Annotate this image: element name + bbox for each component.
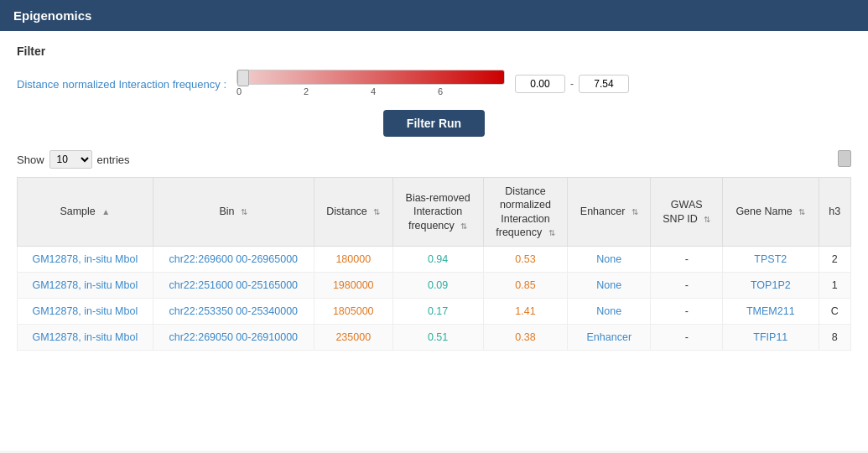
cell-bin: chr22:269050 00-26910000	[153, 325, 314, 351]
filter-run-row: Filter Run	[17, 110, 851, 137]
col-dist-norm[interactable]: DistancenormalizedInteractionfrequency ⇅	[483, 178, 568, 247]
data-table: Sample ▲ Bin ⇅ Distance ⇅ Bias-removedIn…	[17, 177, 851, 351]
app-header: Epigenomics	[0, 0, 868, 31]
cell-gene-name: TOP1P2	[723, 273, 819, 299]
filter-run-button[interactable]: Filter Run	[383, 110, 485, 137]
table-row: GM12878, in-situ Mbol chr22:251600 00-25…	[18, 273, 851, 299]
entries-label: entries	[97, 154, 130, 166]
cell-distance: 180000	[314, 247, 392, 273]
cell-bin: chr22:269600 00-26965000	[153, 247, 314, 273]
slider-track[interactable]	[236, 70, 505, 85]
range-max-input[interactable]	[579, 75, 629, 93]
filter-row: Distance normalized Interaction frequenc…	[17, 70, 851, 98]
cell-gene-name: TMEM211	[723, 299, 819, 325]
col-enhancer[interactable]: Enhancer ⇅	[568, 178, 651, 247]
table-header-row: Sample ▲ Bin ⇅ Distance ⇅ Bias-removedIn…	[18, 178, 851, 247]
entries-select[interactable]: 10 25 50 100	[49, 150, 92, 169]
col-h3: h3	[819, 178, 851, 247]
table-row: GM12878, in-situ Mbol chr22:269600 00-26…	[18, 247, 851, 273]
sort-icon-enhancer: ⇅	[632, 206, 638, 217]
slider-labels: 0 2 4 6	[236, 85, 505, 98]
slider-tick-2: 2	[304, 86, 309, 96]
sort-icon-gene: ⇅	[798, 206, 805, 217]
cell-gwas: -	[651, 273, 723, 299]
range-separator: -	[570, 78, 574, 90]
cell-sample: GM12878, in-situ Mbol	[18, 325, 153, 351]
cell-enhancer: None	[568, 247, 651, 273]
slider-tick-0: 0	[236, 86, 242, 96]
cell-enhancer: None	[568, 299, 651, 325]
cell-distance: 235000	[314, 325, 392, 351]
col-bias-removed[interactable]: Bias-removedInteractionfrequency ⇅	[392, 178, 483, 247]
table-row: GM12878, in-situ Mbol chr22:253350 00-25…	[18, 299, 851, 325]
cell-h3: 1	[819, 273, 851, 299]
cell-enhancer: None	[568, 273, 651, 299]
main-content: Filter Distance normalized Interaction f…	[0, 31, 868, 450]
slider-thumb[interactable]	[237, 70, 249, 86]
cell-bias-removed: 0.17	[392, 299, 483, 325]
sort-icon-dist-norm: ⇅	[548, 227, 555, 238]
col-distance[interactable]: Distance ⇅	[314, 178, 392, 247]
sort-icon-gwas: ⇅	[704, 214, 710, 225]
col-sample[interactable]: Sample ▲	[18, 178, 153, 247]
show-entries-row: Show 10 25 50 100 entries	[17, 150, 851, 169]
app-title: Epigenomics	[13, 8, 91, 23]
cell-gene-name: TPST2	[723, 247, 819, 273]
cell-gwas: -	[651, 299, 723, 325]
range-inputs: -	[515, 75, 629, 93]
cell-enhancer: Enhancer	[568, 325, 651, 351]
filter-title: Filter	[17, 44, 851, 58]
sort-icon-sample: ▲	[101, 206, 110, 217]
cell-bias-removed: 0.09	[392, 273, 483, 299]
cell-h3: 2	[819, 247, 851, 273]
cell-sample: GM12878, in-situ Mbol	[18, 247, 153, 273]
scrollbar-indicator[interactable]	[838, 150, 851, 167]
table-row: GM12878, in-situ Mbol chr22:269050 00-26…	[18, 325, 851, 351]
cell-gwas: -	[651, 325, 723, 351]
filter-label: Distance normalized Interaction frequenc…	[17, 78, 226, 91]
col-bin[interactable]: Bin ⇅	[153, 178, 314, 247]
cell-bin: chr22:253350 00-25340000	[153, 299, 314, 325]
sort-icon-distance: ⇅	[373, 206, 380, 217]
cell-dist-norm: 0.53	[483, 247, 568, 273]
cell-sample: GM12878, in-situ Mbol	[18, 299, 153, 325]
cell-gwas: -	[651, 247, 723, 273]
range-min-input[interactable]	[515, 75, 565, 93]
cell-h3: 8	[819, 325, 851, 351]
cell-bias-removed: 0.51	[392, 325, 483, 351]
col-gwas[interactable]: GWASSNP ID ⇅	[651, 178, 723, 247]
slider-tick-6: 6	[438, 86, 443, 96]
sort-icon-bin: ⇅	[241, 206, 247, 217]
cell-h3: C	[819, 299, 851, 325]
cell-dist-norm: 1.41	[483, 299, 568, 325]
col-gene-name[interactable]: Gene Name ⇅	[723, 178, 819, 247]
cell-dist-norm: 0.38	[483, 325, 568, 351]
filter-section: Filter Distance normalized Interaction f…	[17, 44, 851, 137]
slider-tick-4: 4	[371, 86, 376, 96]
cell-bias-removed: 0.94	[392, 247, 483, 273]
cell-bin: chr22:251600 00-25165000	[153, 273, 314, 299]
show-label: Show	[17, 154, 44, 166]
cell-distance: 1980000	[314, 273, 392, 299]
cell-gene-name: TFIP11	[723, 325, 819, 351]
cell-distance: 1805000	[314, 299, 392, 325]
cell-dist-norm: 0.85	[483, 273, 568, 299]
slider-container[interactable]: 0 2 4 6	[236, 70, 505, 98]
sort-icon-bias: ⇅	[460, 221, 467, 232]
cell-sample: GM12878, in-situ Mbol	[18, 273, 153, 299]
